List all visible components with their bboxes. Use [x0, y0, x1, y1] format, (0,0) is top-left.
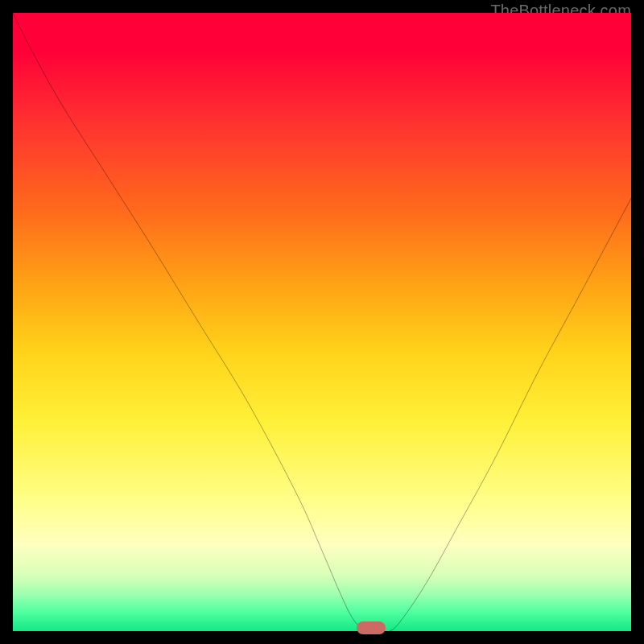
chart-frame: TheBottleneck.com	[0, 0, 644, 644]
bottleneck-marker	[357, 621, 386, 634]
chart-background-gradient	[13, 13, 631, 631]
